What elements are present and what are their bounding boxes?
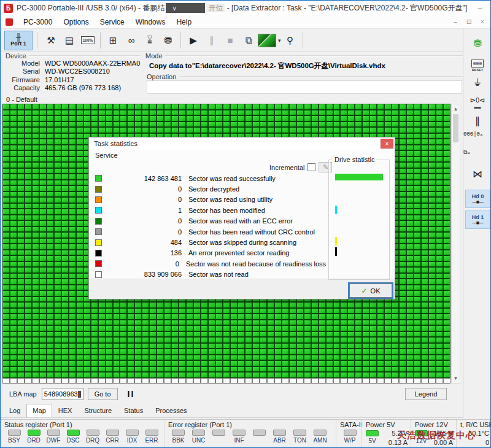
tab-hex[interactable]: HEX bbox=[52, 404, 79, 417]
filter-funnel-icon[interactable]: ▽≣ bbox=[141, 32, 159, 49]
menu-service[interactable]: Service bbox=[95, 16, 130, 28]
map-cell bbox=[421, 197, 428, 203]
menu-pc-3000[interactable]: PC-3000 bbox=[18, 16, 58, 28]
tab-map[interactable]: Map bbox=[26, 404, 52, 417]
map-cell bbox=[69, 232, 76, 238]
map-cell bbox=[179, 343, 186, 349]
mdi-minimize-button[interactable]: – bbox=[451, 18, 460, 25]
map-cell bbox=[436, 372, 443, 378]
map-cell bbox=[47, 215, 54, 221]
map-cell bbox=[113, 372, 120, 378]
map-cell bbox=[223, 349, 230, 355]
menu-options[interactable]: Options bbox=[58, 16, 94, 28]
legend-button[interactable]: Legend bbox=[405, 388, 447, 400]
ok-button[interactable]: ✓ OK bbox=[349, 284, 392, 298]
map-cell bbox=[428, 133, 436, 139]
map-cell bbox=[32, 185, 39, 191]
map-cell bbox=[25, 115, 32, 122]
color-swatch bbox=[95, 218, 102, 225]
map-cell bbox=[443, 349, 450, 355]
search-binoculars-icon[interactable]: ∞ bbox=[122, 32, 141, 49]
incremental-checkbox[interactable] bbox=[307, 163, 315, 171]
goto-button[interactable]: Go to bbox=[88, 388, 118, 400]
port1-button[interactable]: ╫ Port 1 bbox=[4, 31, 33, 50]
copy-pages-icon[interactable]: ⧉ bbox=[239, 32, 258, 49]
map-cell bbox=[406, 174, 414, 180]
tab-log[interactable]: Log bbox=[3, 404, 26, 417]
map-cell bbox=[208, 331, 215, 338]
reset-icon[interactable]: 000RESET bbox=[463, 60, 491, 72]
map-cell bbox=[238, 308, 245, 314]
power-adapter-icon[interactable]: ⏚ bbox=[463, 78, 491, 88]
map-cell bbox=[406, 203, 414, 209]
tools-icon[interactable]: ⚒ bbox=[42, 32, 60, 49]
map-cell bbox=[54, 378, 61, 384]
zero-calibration-icon[interactable]: ⊳0⊲▂▂ bbox=[463, 96, 491, 108]
close-copies-icon[interactable]: ⧉× bbox=[463, 150, 491, 156]
scroll-thumb[interactable] bbox=[453, 114, 458, 142]
map-cell bbox=[47, 349, 54, 355]
map-cell bbox=[25, 355, 32, 361]
scroll-down-icon[interactable]: ▼ bbox=[452, 374, 460, 383]
map-cell bbox=[69, 133, 76, 139]
tab-status[interactable]: Status bbox=[118, 404, 149, 417]
map-cell bbox=[274, 355, 282, 361]
map-cell bbox=[230, 378, 238, 384]
map-cell bbox=[414, 238, 421, 244]
play-icon[interactable]: ▶ bbox=[184, 32, 203, 49]
connector-icon[interactable]: ⋈ bbox=[463, 169, 491, 179]
script-log-icon[interactable]: ▤ bbox=[60, 32, 79, 49]
dialog-close-button[interactable]: × bbox=[381, 139, 393, 149]
map-cell bbox=[428, 104, 436, 110]
stop-icon[interactable]: ■ bbox=[221, 32, 239, 49]
map-cell bbox=[208, 302, 215, 308]
map-cell bbox=[120, 115, 127, 122]
map-cell bbox=[392, 325, 399, 331]
ruler-glyph: ▂▂ bbox=[474, 104, 481, 108]
map-cell bbox=[61, 127, 69, 133]
pause-icon[interactable]: ∥ bbox=[203, 32, 221, 49]
map-cell bbox=[369, 366, 377, 373]
led-indicator bbox=[106, 430, 119, 436]
map-cell bbox=[17, 122, 25, 128]
hd0-button[interactable]: Hd 0─■─ bbox=[465, 190, 490, 208]
power5-led bbox=[366, 430, 379, 436]
menu-windows[interactable]: Windows bbox=[130, 16, 171, 28]
scroll-up-icon[interactable]: ▲ bbox=[452, 104, 460, 114]
map-cell bbox=[32, 267, 39, 273]
mdi-restore-button[interactable]: ⊡ bbox=[465, 18, 473, 25]
export-database-icon[interactable]: ⛃ bbox=[159, 32, 177, 49]
run-user-icon[interactable]: ⚲ bbox=[281, 32, 300, 49]
map-cell bbox=[384, 366, 392, 373]
menu-help[interactable]: Help bbox=[171, 16, 197, 28]
mdi-close-button[interactable]: × bbox=[478, 18, 487, 25]
tab-processes[interactable]: Processes bbox=[149, 404, 193, 417]
hd1-button[interactable]: Hd 1─■─ bbox=[465, 210, 490, 229]
map-cell bbox=[61, 308, 69, 314]
map-preview-button[interactable]: ▾ bbox=[258, 32, 281, 49]
pause-map-button[interactable]: II bbox=[128, 389, 135, 399]
minimize-button[interactable]: – bbox=[467, 1, 491, 15]
map-cell bbox=[149, 337, 157, 343]
map-cell bbox=[83, 349, 91, 355]
dialog-menu-service[interactable]: Service bbox=[95, 152, 118, 159]
map-cell bbox=[2, 331, 10, 338]
task-list-icon[interactable]: ⊞ bbox=[104, 32, 122, 49]
device-group-title: Device bbox=[6, 52, 29, 60]
tab-structure[interactable]: Structure bbox=[78, 404, 118, 417]
map-cell bbox=[421, 244, 428, 250]
map-cell bbox=[32, 250, 39, 256]
percent-report-icon[interactable]: 100% bbox=[79, 32, 97, 49]
map-cell bbox=[369, 372, 377, 378]
export-database-icon[interactable]: ⛃ bbox=[463, 39, 491, 48]
counter-reset-icon[interactable]: 000|0× bbox=[463, 131, 491, 137]
map-cell bbox=[134, 337, 142, 343]
map-cell bbox=[54, 238, 61, 244]
map-cell bbox=[61, 261, 69, 268]
map-cell bbox=[384, 110, 392, 116]
map-scrollbar[interactable]: ▲ ▼ bbox=[451, 104, 460, 384]
map-cell bbox=[399, 337, 406, 343]
lba-input[interactable]: 548908963 bbox=[42, 388, 83, 400]
map-cell bbox=[17, 320, 25, 326]
pause-icon[interactable]: ∥ bbox=[463, 116, 491, 126]
